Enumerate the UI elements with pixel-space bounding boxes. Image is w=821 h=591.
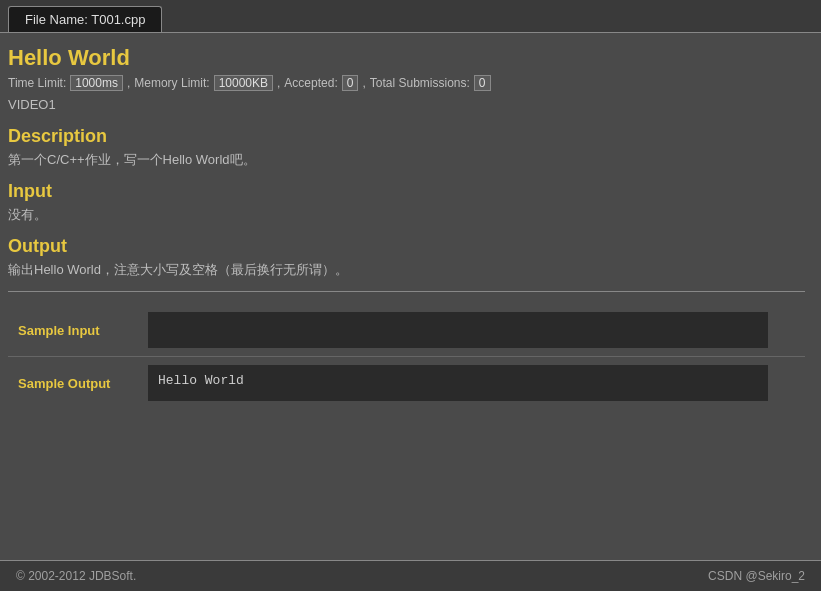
section-input-title: Input	[8, 181, 805, 202]
section-description-title: Description	[8, 126, 805, 147]
meta-sep2: ,	[277, 76, 280, 90]
time-limit-value: 1000ms	[70, 75, 123, 91]
time-limit-label: Time Limit:	[8, 76, 66, 90]
section-output-title: Output	[8, 236, 805, 257]
accepted-value: 0	[342, 75, 359, 91]
sample-output-label: Sample Output	[8, 357, 138, 410]
sample-output-cell: Hello World	[138, 357, 805, 410]
sample-input-row: Sample Input	[8, 304, 805, 357]
sample-input-cell	[138, 304, 805, 357]
meta-line: Time Limit: 1000ms , Memory Limit: 10000…	[8, 75, 805, 91]
sample-input-label: Sample Input	[8, 304, 138, 357]
section-description-text: 第一个C/C++作业，写一个Hello World吧。	[8, 151, 805, 169]
section-output-text: 输出Hello World，注意大小写及空格（最后换行无所谓）。	[8, 261, 805, 279]
sample-output-row: Sample Output Hello World	[8, 357, 805, 410]
sample-divider	[8, 291, 805, 292]
section-input-text: 没有。	[8, 206, 805, 224]
copyright-text: © 2002-2012 JDBSoft.	[16, 569, 136, 583]
sample-input-box	[148, 312, 768, 348]
sample-output-box: Hello World	[148, 365, 768, 401]
tab-bar: File Name: T001.cpp	[0, 0, 821, 33]
submissions-value: 0	[474, 75, 491, 91]
file-tab[interactable]: File Name: T001.cpp	[8, 6, 162, 32]
memory-limit-value: 10000KB	[214, 75, 273, 91]
problem-title: Hello World	[8, 45, 805, 71]
memory-limit-label: Memory Limit:	[134, 76, 209, 90]
footer: © 2002-2012 JDBSoft. CSDN @Sekiro_2	[0, 560, 821, 591]
main-content: Hello World Time Limit: 1000ms , Memory …	[0, 33, 821, 429]
meta-sep1: ,	[127, 76, 130, 90]
sample-table: Sample Input Sample Output Hello World	[8, 304, 805, 409]
video-label: VIDEO1	[8, 97, 805, 112]
accepted-label: Accepted:	[284, 76, 337, 90]
submissions-label: Total Submissions:	[370, 76, 470, 90]
credit-text: CSDN @Sekiro_2	[708, 569, 805, 583]
meta-sep3: ,	[362, 76, 365, 90]
